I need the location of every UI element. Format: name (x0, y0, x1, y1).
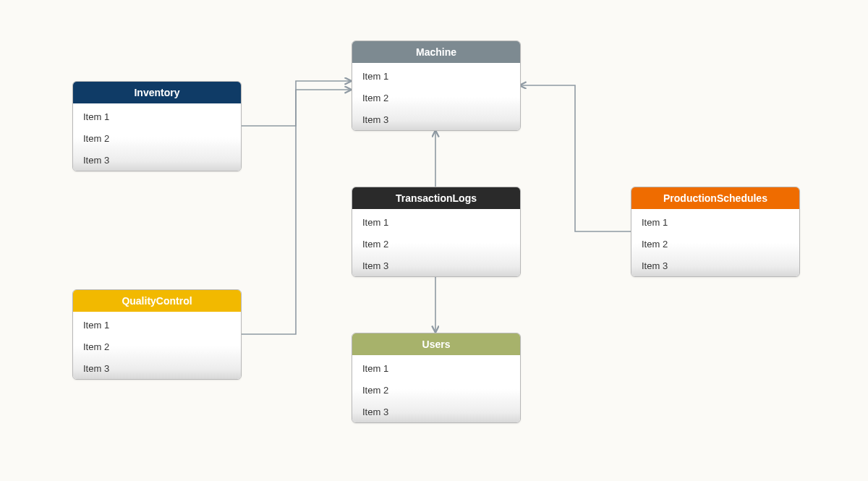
connector-inventory-to-machine (240, 81, 352, 126)
entity-row: Item 3 (352, 255, 520, 276)
entity-row: Item 1 (352, 358, 520, 379)
entity-row: Item 3 (631, 255, 799, 276)
diagram-canvas: { "entities": { "inventory": { "title": … (0, 0, 868, 481)
entity-transactionLogs[interactable]: TransactionLogsItem 1Item 2Item 3 (352, 187, 521, 277)
entity-header: TransactionLogs (352, 187, 520, 209)
entity-row: Item 1 (73, 315, 241, 336)
entity-machine[interactable]: MachineItem 1Item 2Item 3 (352, 41, 521, 131)
entity-row: Item 2 (73, 127, 241, 149)
entity-users[interactable]: UsersItem 1Item 2Item 3 (352, 333, 521, 423)
entity-row: Item 2 (631, 233, 799, 255)
entity-row: Item 3 (73, 357, 241, 379)
connector-productionSchedules-to-machine (519, 85, 631, 231)
entity-row: Item 1 (631, 212, 799, 233)
entity-row: Item 2 (352, 87, 520, 108)
entity-row: Item 3 (73, 149, 241, 171)
entity-header: Users (352, 333, 520, 355)
entity-body: Item 1Item 2Item 3 (352, 209, 520, 276)
entity-header: QualityControl (73, 290, 241, 312)
entity-body: Item 1Item 2Item 3 (352, 63, 520, 130)
entity-row: Item 1 (352, 212, 520, 233)
entity-row: Item 2 (73, 336, 241, 357)
entity-body: Item 1Item 2Item 3 (631, 209, 799, 276)
entity-body: Item 1Item 2Item 3 (73, 103, 241, 171)
entity-header: ProductionSchedules (631, 187, 799, 209)
entity-inventory[interactable]: InventoryItem 1Item 2Item 3 (72, 81, 242, 171)
entity-row: Item 1 (352, 66, 520, 87)
entity-body: Item 1Item 2Item 3 (73, 312, 241, 379)
connector-qualityControl-to-machine (240, 90, 352, 334)
entity-body: Item 1Item 2Item 3 (352, 355, 520, 422)
entity-row: Item 2 (352, 233, 520, 255)
entity-header: Machine (352, 41, 520, 63)
entity-row: Item 3 (352, 401, 520, 422)
entity-row: Item 2 (352, 379, 520, 401)
entity-header: Inventory (73, 82, 241, 103)
entity-productionSchedules[interactable]: ProductionSchedulesItem 1Item 2Item 3 (631, 187, 800, 277)
entity-qualityControl[interactable]: QualityControlItem 1Item 2Item 3 (72, 289, 242, 380)
entity-row: Item 3 (352, 108, 520, 130)
entity-row: Item 1 (73, 106, 241, 127)
